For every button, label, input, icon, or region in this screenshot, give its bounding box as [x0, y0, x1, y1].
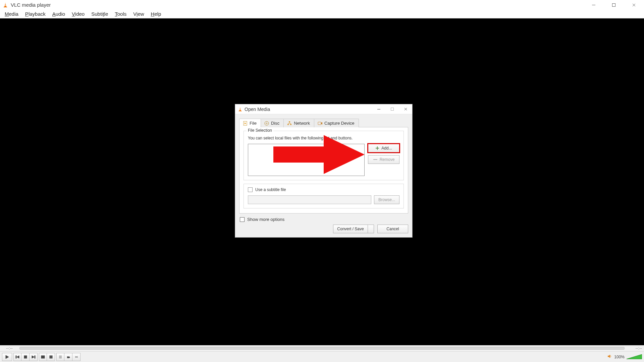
svg-marker-22: [627, 354, 642, 359]
minus-icon: [373, 158, 378, 162]
convert-save-dropdown[interactable]: [368, 225, 374, 233]
main-title: VLC media player: [11, 2, 51, 8]
svg-rect-14: [41, 356, 45, 358]
remove-button[interactable]: Remove: [368, 155, 399, 164]
plus-icon: [375, 146, 379, 150]
svg-rect-9: [16, 356, 16, 358]
tab-capture[interactable]: Capture Device: [314, 119, 359, 127]
file-selection-desc: You can select local files with the foll…: [248, 136, 399, 140]
browse-button[interactable]: Browse...: [374, 195, 399, 204]
menu-video[interactable]: Video: [68, 10, 88, 17]
tab-file[interactable]: File: [239, 119, 261, 127]
subtitle-path-input: [248, 195, 371, 204]
main-titlebar: VLC media player: [0, 0, 644, 10]
menu-subtitle[interactable]: Subtitle: [88, 10, 111, 17]
tab-panel-file: File Selection You can select local file…: [239, 127, 408, 214]
playlist-button[interactable]: [56, 353, 64, 361]
svg-rect-35: [289, 121, 290, 122]
file-icon: [243, 121, 248, 126]
svg-rect-16: [51, 356, 51, 358]
volume-percent: 100%: [614, 355, 625, 359]
volume-slider[interactable]: [627, 354, 642, 360]
svg-marker-39: [321, 122, 322, 125]
svg-rect-13: [35, 356, 35, 358]
svg-rect-41: [376, 148, 379, 148]
svg-rect-36: [287, 124, 289, 125]
dialog-maximize-button: [385, 104, 399, 114]
subtitle-group: Use a subtitle file Browse...: [244, 184, 404, 208]
svg-rect-38: [318, 122, 321, 125]
svg-marker-21: [608, 355, 610, 358]
speaker-icon[interactable]: [607, 354, 612, 360]
menu-playback[interactable]: Playback: [22, 10, 49, 17]
time-elapsed: --:--: [2, 346, 17, 351]
svg-rect-42: [373, 159, 377, 160]
svg-rect-15: [50, 356, 50, 358]
stop-button[interactable]: [21, 353, 30, 361]
svg-rect-28: [391, 108, 393, 111]
play-button[interactable]: [2, 353, 12, 361]
shuffle-button[interactable]: [72, 353, 80, 361]
next-button[interactable]: [30, 353, 38, 361]
dialog-titlebar: Open Media: [235, 104, 412, 114]
fullscreen-button[interactable]: [39, 353, 47, 361]
volume-area: 100%: [607, 354, 642, 360]
menu-audio[interactable]: Audio: [49, 10, 68, 17]
svg-marker-10: [17, 356, 19, 358]
vlc-cone-icon: [238, 107, 243, 112]
svg-point-34: [266, 123, 267, 124]
controls-row: 100%: [0, 351, 644, 362]
svg-marker-12: [32, 356, 34, 358]
svg-rect-26: [239, 109, 241, 110]
svg-rect-2: [5, 4, 6, 4]
dialog-minimize-button[interactable]: [372, 104, 385, 114]
minimize-button[interactable]: [584, 0, 604, 10]
svg-rect-37: [290, 124, 291, 125]
network-icon: [287, 121, 292, 126]
menu-media[interactable]: Media: [1, 10, 22, 17]
dialog-tabs: File Disc Network Capture Device: [239, 118, 408, 127]
disc-icon: [264, 121, 269, 126]
tab-network[interactable]: Network: [283, 119, 314, 127]
ext-settings-button[interactable]: [47, 353, 55, 361]
vlc-cone-icon: [3, 2, 8, 8]
svg-rect-5: [612, 3, 615, 6]
subtitle-checkbox[interactable]: [248, 187, 253, 192]
svg-marker-0: [4, 3, 6, 7]
maximize-button[interactable]: [604, 0, 624, 10]
seek-slider[interactable]: [19, 347, 625, 350]
open-media-dialog: Open Media File Disc Network Captur: [235, 104, 413, 238]
svg-rect-3: [4, 5, 6, 6]
prev-button[interactable]: [13, 353, 21, 361]
file-selection-title: File Selection: [247, 128, 273, 133]
menu-tools[interactable]: Tools: [111, 10, 130, 17]
dialog-button-row: Convert / Save Cancel: [239, 225, 408, 233]
seek-row: --:-- --:--: [0, 345, 644, 351]
add-button[interactable]: Add...: [368, 144, 399, 153]
svg-rect-24: [239, 111, 242, 111]
file-selection-group: File Selection You can select local file…: [244, 131, 404, 180]
capture-icon: [318, 121, 322, 126]
dialog-close-button[interactable]: [399, 104, 412, 114]
loop-button[interactable]: [64, 353, 72, 361]
show-more-row: Show more options: [240, 217, 408, 222]
svg-rect-11: [24, 356, 27, 358]
menu-view[interactable]: View: [130, 10, 147, 17]
svg-marker-23: [239, 107, 241, 111]
svg-marker-8: [6, 355, 9, 359]
convert-save-button[interactable]: Convert / Save: [333, 225, 368, 233]
svg-rect-17: [52, 356, 52, 358]
svg-rect-25: [239, 108, 241, 108]
menu-help[interactable]: Help: [148, 10, 165, 17]
time-total: --:--: [627, 346, 642, 351]
show-more-checkbox[interactable]: [240, 217, 245, 222]
file-list[interactable]: [248, 144, 365, 176]
show-more-label: Show more options: [247, 217, 284, 222]
menubar: Media Playback Audio Video Subtitle Tool…: [0, 10, 644, 18]
dialog-title: Open Media: [245, 107, 270, 112]
tab-disc[interactable]: Disc: [261, 119, 284, 127]
cancel-button[interactable]: Cancel: [377, 225, 408, 233]
svg-rect-1: [4, 7, 7, 7]
close-button[interactable]: [624, 0, 644, 10]
window-controls: [584, 0, 644, 10]
